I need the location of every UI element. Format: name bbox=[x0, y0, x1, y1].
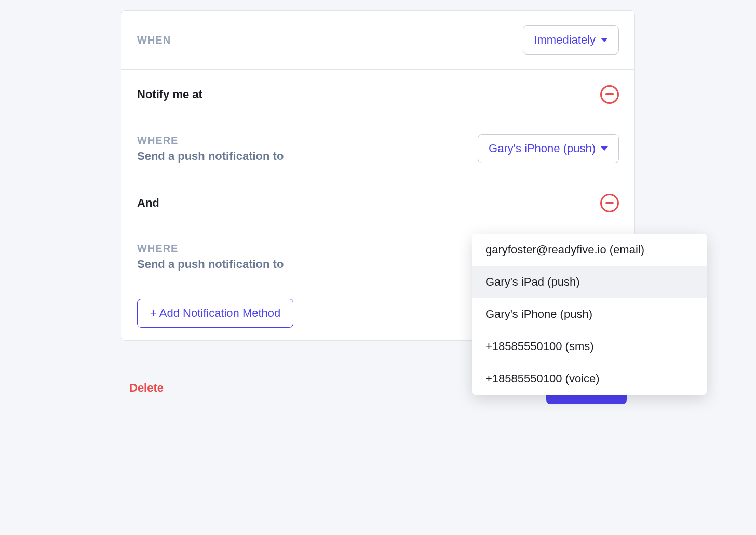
notify-me-at-row: Notify me at bbox=[122, 70, 634, 119]
where-label-1: WHERE bbox=[137, 135, 284, 146]
when-select[interactable]: Immediately bbox=[523, 25, 619, 55]
dropdown-item[interactable]: Gary's iPhone (push) bbox=[472, 298, 707, 330]
caret-down-icon bbox=[601, 38, 608, 42]
and-label: And bbox=[137, 196, 159, 210]
when-row: WHEN Immediately bbox=[122, 11, 634, 70]
minus-icon bbox=[605, 93, 614, 95]
where-label-2: WHERE bbox=[137, 243, 284, 255]
dropdown-item[interactable]: Gary's iPad (push) bbox=[472, 266, 707, 298]
when-select-value: Immediately bbox=[534, 33, 596, 47]
delete-button[interactable]: Delete bbox=[129, 381, 164, 395]
add-notification-method-button[interactable]: + Add Notification Method bbox=[137, 299, 293, 328]
send-push-label-1: Send a push notification to bbox=[137, 150, 284, 163]
where-select-1[interactable]: Gary's iPhone (push) bbox=[478, 134, 619, 163]
minus-icon bbox=[605, 202, 614, 204]
caret-down-icon bbox=[601, 146, 608, 151]
when-label: WHEN bbox=[137, 34, 171, 46]
send-push-label-2: Send a push notification to bbox=[137, 258, 284, 271]
dropdown-item[interactable]: garyfoster@readyfive.io (email) bbox=[472, 234, 707, 266]
where-select-1-value: Gary's iPhone (push) bbox=[489, 142, 596, 155]
notify-me-at-label: Notify me at bbox=[137, 88, 203, 101]
remove-notify-button[interactable] bbox=[600, 85, 619, 104]
notification-method-dropdown: garyfoster@readyfive.io (email)Gary's iP… bbox=[472, 234, 707, 395]
and-row: And bbox=[122, 178, 634, 228]
dropdown-item[interactable]: +18585550100 (sms) bbox=[472, 330, 707, 363]
where-row-1: WHERE Send a push notification to Gary's… bbox=[122, 119, 634, 178]
remove-and-button[interactable] bbox=[600, 194, 619, 212]
dropdown-item[interactable]: +18585550100 (voice) bbox=[472, 363, 707, 395]
add-button-label: + Add Notification Method bbox=[150, 306, 280, 320]
